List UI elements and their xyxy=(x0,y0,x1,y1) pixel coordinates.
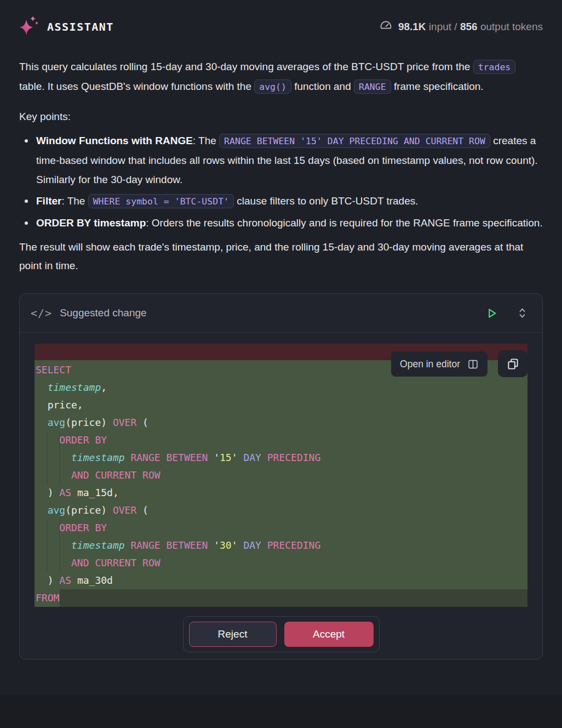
token-usage-text: 98.1K input / 856 output tokens xyxy=(398,21,543,33)
suggested-change-title: Suggested change xyxy=(60,307,478,319)
inline-code-chip: trades xyxy=(473,60,516,74)
sparkle-icon xyxy=(16,14,40,40)
output-tokens-label: output tokens xyxy=(478,21,543,32)
input-tokens-label: input / xyxy=(426,21,460,32)
input-tokens-value: 98.1K xyxy=(398,21,426,32)
run-query-button[interactable] xyxy=(485,307,498,320)
role-label: ASSISTANT xyxy=(47,20,114,33)
code-line: timestamp, xyxy=(35,379,527,396)
page-footer-area xyxy=(0,695,562,728)
chevron-down-icon xyxy=(520,315,525,317)
code-line: ) AS ma_15d, xyxy=(35,484,527,502)
inline-code-chip: RANGE xyxy=(354,79,391,94)
inline-code-chip: avg() xyxy=(254,79,291,94)
key-points-heading: Key points: xyxy=(19,111,543,123)
code-icon: </> xyxy=(31,306,52,320)
key-points-list: Window Functions with RANGE: The RANGE B… xyxy=(19,131,543,232)
reject-button[interactable]: Reject xyxy=(189,622,277,647)
code-line: AND CURRENT ROW xyxy=(35,554,527,572)
key-point-filter: Filter: The WHERE symbol = 'BTC-USDT' cl… xyxy=(19,191,543,211)
message-paragraph-2: The result will show each trade's timest… xyxy=(19,238,543,275)
inline-code-chip: RANGE BETWEEN '15' DAY PRECEDING AND CUR… xyxy=(219,134,490,148)
key-point-order-by: ORDER BY timestamp: Orders the results c… xyxy=(19,213,543,232)
decision-button-group: Reject Accept xyxy=(183,616,380,652)
code-line: FROM xyxy=(35,589,527,607)
code-line: AND CURRENT ROW xyxy=(35,467,527,484)
open-in-editor-label: Open in editor xyxy=(400,359,460,370)
code-line: avg(price) OVER ( xyxy=(35,502,527,519)
code-line: timestamp RANGE BETWEEN '15' DAY PRECEDI… xyxy=(35,449,527,467)
code-line: timestamp RANGE BETWEEN '30' DAY PRECEDI… xyxy=(35,537,527,554)
inline-code-chip: WHERE symbol = 'BTC-USDT' xyxy=(88,194,234,208)
gauge-icon xyxy=(379,19,393,35)
play-icon xyxy=(489,309,495,317)
sql-code-editor[interactable]: SELECT timestamp, price, avg(price) OVER… xyxy=(35,360,527,607)
output-tokens-value: 856 xyxy=(460,21,478,32)
code-line: ORDER BY xyxy=(35,519,527,537)
token-usage: 98.1K input / 856 output tokens xyxy=(379,19,543,35)
code-line: avg(price) OVER ( xyxy=(35,414,527,431)
assistant-message: ASSISTANT 98.1K input / 856 output token… xyxy=(0,0,562,695)
code-line: ) AS ma_30d xyxy=(35,572,527,589)
copy-code-button[interactable] xyxy=(498,350,527,377)
accept-button[interactable]: Accept xyxy=(284,622,374,647)
split-editor-icon xyxy=(467,359,479,370)
code-line: ORDER BY xyxy=(35,431,527,449)
key-point-window-functions: Window Functions with RANGE: The RANGE B… xyxy=(19,131,543,189)
suggested-change-panel: </> Suggested change xyxy=(19,293,543,659)
message-header: ASSISTANT 98.1K input / 856 output token… xyxy=(19,14,543,40)
suggested-change-header: </> Suggested change xyxy=(20,294,542,333)
copy-icon xyxy=(507,357,519,370)
code-diff-block: SELECT timestamp, price, avg(price) OVER… xyxy=(35,344,527,607)
expand-collapse-button[interactable] xyxy=(517,306,528,320)
open-in-editor-button[interactable]: Open in editor xyxy=(391,351,488,377)
code-line: price, xyxy=(35,396,527,414)
chevron-up-icon xyxy=(520,309,525,311)
message-paragraph-1: This query calculates rolling 15-day and… xyxy=(19,57,543,96)
